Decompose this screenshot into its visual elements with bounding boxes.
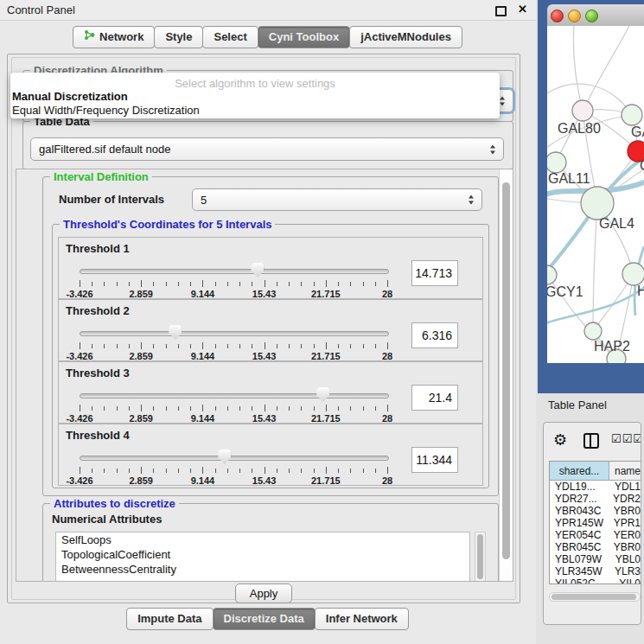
tick-mark <box>314 406 315 411</box>
threshold-4-slider[interactable]: -3.4262.8599.14415.4321.71528 <box>80 452 387 483</box>
node-attribute-table[interactable]: shared... name YDL19...YDL1YDR27...YDR2Y… <box>549 461 641 584</box>
zoom-traffic-light-icon[interactable] <box>585 10 598 22</box>
table-row[interactable]: YBR045CYBR0 <box>550 541 641 553</box>
table-row[interactable]: YBR043CYBR0 <box>550 505 641 517</box>
minimize-traffic-light-icon[interactable] <box>568 10 581 22</box>
threshold-2-value-field[interactable]: 6.316 <box>411 322 458 348</box>
table-row[interactable]: YBL079WYBL0 <box>550 553 641 565</box>
tab-label: Infer Network <box>326 609 398 629</box>
attribute-item-betweennesscentrality[interactable]: BetweennessCentrality <box>56 562 469 577</box>
tab-network[interactable]: Network <box>73 26 155 48</box>
cell-name: YLR3 <box>609 565 641 577</box>
attribute-item-selfloops[interactable]: SelfLoops <box>56 532 469 547</box>
tick-mark <box>215 282 216 286</box>
tick-mark <box>153 406 154 411</box>
tick-mark <box>104 344 105 348</box>
tab-discretize-data[interactable]: Discretize Data <box>213 608 316 630</box>
close-traffic-light-icon[interactable] <box>551 10 564 22</box>
table-row[interactable]: YPR145WYPR1 <box>550 517 641 529</box>
tick-mark <box>338 282 339 286</box>
tick-mark <box>117 406 118 411</box>
tick-mark <box>117 469 118 473</box>
threshold-3-slider[interactable]: -3.4262.8599.14415.4321.71528 <box>80 390 387 421</box>
threshold-1-slider-thumb[interactable] <box>251 263 264 277</box>
tick-label: 28 <box>382 413 392 424</box>
slider-track <box>80 269 389 274</box>
threshold-2-slider-thumb[interactable] <box>169 325 182 340</box>
algorithm-option-manual-discretization[interactable]: Manual Discretization <box>12 90 128 103</box>
tab-label: Impute Data <box>137 609 201 629</box>
tick-label: 9.144 <box>191 413 215 424</box>
tick-mark <box>314 469 315 473</box>
threshold-4-slider-thumb[interactable] <box>218 450 231 464</box>
table-row[interactable]: YLR345WYLR3 <box>550 565 641 577</box>
close-icon[interactable]: ✕ <box>518 3 527 16</box>
tick-mark <box>80 467 80 474</box>
table-row[interactable]: YDR27...YDR2 <box>550 493 641 505</box>
tab-jactivemnodules[interactable]: jActiveMNodules <box>349 26 462 48</box>
network-node[interactable] <box>622 105 642 125</box>
tick-mark <box>301 344 302 348</box>
discretize-data-panel: Discretization Algorithm Table Data galF… <box>11 57 516 600</box>
checkbox-filter-icons[interactable]: ☑☑☑ <box>611 432 641 445</box>
group-title: Interval Definition <box>50 170 152 183</box>
table-data-combobox[interactable]: galFiltered.sif default node <box>30 137 504 161</box>
tick-mark <box>252 344 252 348</box>
network-node-h[interactable] <box>622 263 644 285</box>
cell-name: YBR0 <box>609 541 641 553</box>
split-columns-icon[interactable] <box>583 433 599 449</box>
network-node-gcy1[interactable] <box>547 265 557 284</box>
tick-mark <box>265 467 265 474</box>
table-horizontal-scrollbar[interactable] <box>549 592 641 602</box>
tick-mark <box>166 406 167 411</box>
tick-mark <box>104 282 105 286</box>
node-label-gal4: GAL4 <box>599 216 634 231</box>
tab-cyni-toolbox[interactable]: Cyni Toolbox <box>258 26 350 48</box>
tick-label: 9.144 <box>191 351 215 361</box>
tick-label: 2.859 <box>129 351 153 361</box>
tick-mark <box>387 467 388 474</box>
table-row[interactable]: YDL19...YDL1 <box>550 481 641 493</box>
control-panel-titlebar: Control Panel ✕ <box>0 0 536 21</box>
network-node-gal4[interactable] <box>581 187 614 220</box>
tab-impute-data[interactable]: Impute Data <box>126 608 213 630</box>
tab-style[interactable]: Style <box>154 26 203 48</box>
network-node-hap2[interactable] <box>584 322 602 340</box>
tab-select[interactable]: Select <box>202 26 258 48</box>
tick-mark <box>129 282 130 286</box>
attributes-scrollbar[interactable] <box>475 532 486 582</box>
threshold-3-value-field[interactable]: 21.4 <box>411 385 458 411</box>
tick-mark <box>363 406 364 411</box>
tick-mark <box>314 344 315 348</box>
tick-mark <box>265 342 265 349</box>
tick-mark <box>129 344 130 348</box>
attribute-item-topologicalcoefficient[interactable]: TopologicalCoefficient <box>56 547 469 562</box>
threshold-2-panel: Threshold 2-3.4262.8599.14415.4321.71528… <box>58 299 483 361</box>
network-window-titlebar[interactable] <box>547 4 644 27</box>
tick-mark <box>129 406 130 411</box>
settings-vertical-scrollbar[interactable] <box>499 169 513 581</box>
cell-name: YPR1 <box>609 517 641 529</box>
threshold-1-slider[interactable]: -3.4262.8599.14415.4321.71528 <box>80 265 387 296</box>
tick-mark <box>190 344 191 348</box>
threshold-1-value-field[interactable]: 14.713 <box>411 260 458 286</box>
threshold-3-slider-thumb[interactable] <box>316 387 329 402</box>
tick-mark <box>338 469 339 473</box>
float-window-icon[interactable] <box>495 6 507 16</box>
algorithm-option-equal-width-frequency-discretization[interactable]: Equal Width/Frequency Discretization <box>12 104 200 117</box>
tab-infer-network[interactable]: Infer Network <box>315 608 409 630</box>
table-row[interactable]: YER054CYER0 <box>550 529 641 541</box>
network-node-gal80[interactable] <box>572 100 593 121</box>
number-of-intervals-combobox[interactable]: 5 <box>192 188 482 211</box>
apply-button[interactable]: Apply <box>235 583 292 603</box>
threshold-2-slider[interactable]: -3.4262.8599.14415.4321.71528 <box>80 328 387 359</box>
column-header-shared-name[interactable]: shared... <box>550 462 609 480</box>
network-canvas[interactable]: GAL80GAL11GAL4GCY1HHAP2GAC <box>547 26 644 363</box>
gear-icon[interactable]: ⚙ <box>553 430 567 449</box>
table-row[interactable]: YIL052CYIL0 <box>550 577 641 584</box>
column-header-name[interactable]: name <box>609 462 641 480</box>
cell-shared-name: YLR345W <box>550 565 609 577</box>
network-node-gal11[interactable] <box>547 152 566 173</box>
threshold-4-value-field[interactable]: 11.344 <box>411 447 458 473</box>
tick-label: 2.859 <box>129 413 153 424</box>
